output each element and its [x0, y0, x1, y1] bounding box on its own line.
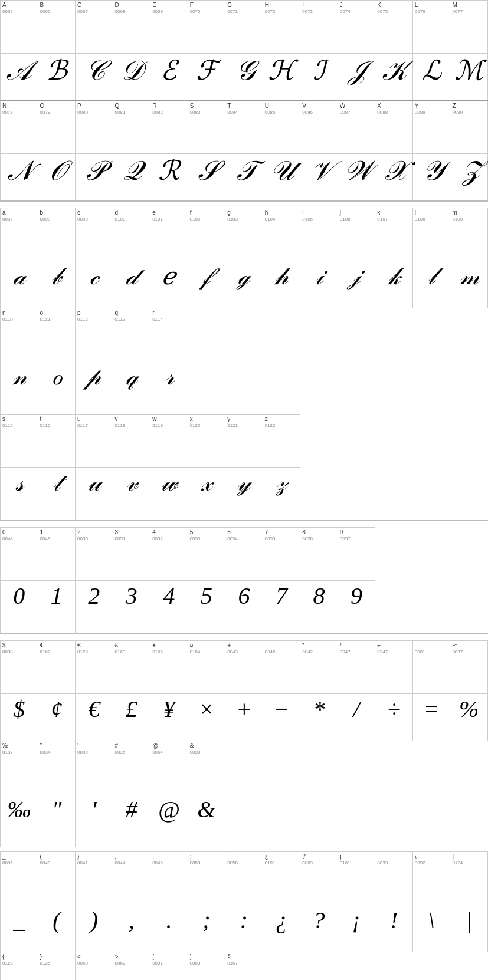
- cell-D: D0068: [113, 1, 150, 54]
- cell-4: 40052: [150, 528, 188, 581]
- glyph-row-sym1b: ‰ " ' # @ &: [1, 794, 488, 847]
- glyph-R: ℛ: [150, 154, 188, 201]
- glyph-I: ℐ: [300, 54, 338, 101]
- cell-S: S0083: [188, 101, 225, 154]
- glyph-L: ℒ: [412, 54, 450, 101]
- cell-q: q0113: [113, 308, 150, 361]
- header-row-punct2: {0123 }0125 <0060 >0062 [0091 ]0093 §016…: [1, 952, 488, 981]
- cell-b: b0098: [38, 208, 76, 261]
- cell-O: O0079: [38, 101, 76, 154]
- cell-M: M0077: [450, 1, 488, 54]
- glyph-C: 𝒞: [76, 54, 113, 101]
- cell-A: A0065: [1, 1, 38, 54]
- cell-d: d0100: [113, 208, 150, 261]
- cell-l: l0108: [412, 208, 450, 261]
- cell-t: t0116: [38, 415, 76, 468]
- glyph-X: 𝒳: [375, 154, 413, 201]
- cell-V: V0086: [300, 101, 338, 154]
- glyph-F: ℱ: [188, 54, 225, 101]
- header-row-ar: a0097 b0098 c0099 d0100 e0101 f0102 g010…: [1, 208, 488, 261]
- glyph-row-sym1a: $ ¢ € £ ¥ × + − * / ÷ = %: [1, 694, 488, 741]
- glyph-row-AM: 𝒜 ℬ 𝒞 𝒟 ℰ ℱ 𝒢 ℋ ℐ 𝒥 𝒦 ℒ ℳ: [1, 54, 488, 101]
- glyph-W: 𝒲: [338, 154, 375, 201]
- glyph-Y: 𝒴: [412, 154, 450, 201]
- glyph-S: 𝒮: [188, 154, 225, 201]
- header-row-NZ: N0078 O0079 P0080 Q0081 R0082 S0083 T008…: [1, 101, 488, 154]
- cell-n: n0110: [1, 308, 38, 361]
- header-row-sz: s0115 t0116 u0117 v0118 w0119 x0120 y012…: [1, 415, 488, 468]
- spacer-1: [1, 201, 488, 208]
- cell-W: W0087: [338, 101, 375, 154]
- glyph-chart: A0065 B0066 C0067 D0068 E0069 F0070 G007…: [0, 0, 488, 980]
- cell-k: k0107: [375, 208, 413, 261]
- glyph-E: ℰ: [150, 54, 188, 101]
- cell-Q: Q0081: [113, 101, 150, 154]
- cell-1: 10049: [38, 528, 76, 581]
- glyph-U: 𝒰: [263, 154, 300, 201]
- cell-P: P0080: [76, 101, 113, 154]
- glyph-row-NZ: 𝒩 𝒪 𝒫 𝒬 ℛ 𝒮 𝒯 𝒰 𝒱 𝒲 𝒳 𝒴 𝒵: [1, 154, 488, 201]
- cell-Y: Y0089: [412, 101, 450, 154]
- cell-7: 70055: [263, 528, 300, 581]
- cell-3: 30051: [113, 528, 150, 581]
- cell-o: o0111: [38, 308, 76, 361]
- glyph-B: ℬ: [38, 54, 76, 101]
- cell-5: 50053: [188, 528, 225, 581]
- cell-w: w0119: [150, 415, 188, 468]
- cell-g: g0103: [225, 208, 263, 261]
- cell-x: x0120: [188, 415, 225, 468]
- cell-c: c0099: [76, 208, 113, 261]
- cell-r: r0114: [150, 308, 188, 361]
- cell-m: m0109: [450, 208, 488, 261]
- cell-0: 00048: [1, 528, 38, 581]
- glyph-M: ℳ: [450, 54, 488, 101]
- cell-i: i0105: [300, 208, 338, 261]
- glyph-A: 𝒜: [1, 54, 38, 101]
- glyph-row-ar2: 𝓃 ℴ 𝓅 𝓆 𝓇: [1, 361, 488, 415]
- cell-e: e0101: [150, 208, 188, 261]
- glyph-G: 𝒢: [225, 54, 263, 101]
- cell-T: T0084: [225, 101, 263, 154]
- cell-G: G0071: [225, 1, 263, 54]
- glyph-row-punct1: _ ( ) , . ; : ¿ ? ¡ ! \ |: [1, 905, 488, 952]
- glyph-P: 𝒫: [76, 154, 113, 201]
- cell-L: L0076: [412, 1, 450, 54]
- cell-E: E0069: [150, 1, 188, 54]
- glyph-row-sz: 𝓈 𝓉 𝓊 𝓋 𝓌 𝓍 𝓎 𝓏: [1, 468, 488, 521]
- cell-J: J0074: [338, 1, 375, 54]
- glyph-D: 𝒟: [113, 54, 150, 101]
- glyph-J: 𝒥: [338, 54, 375, 101]
- header-row-digits: 00048 10049 20050 30051 40052 50053 6005…: [1, 528, 488, 581]
- cell-F: F0070: [188, 1, 225, 54]
- cell-j: j0106: [338, 208, 375, 261]
- cell-p: p0112: [76, 308, 113, 361]
- cell-K: K0075: [375, 1, 413, 54]
- header-row-AM: A0065 B0066 C0067 D0068 E0069 F0070 G007…: [1, 1, 488, 54]
- glyph-row-digits: 0 1 2 3 4 5 6 7 8 9: [1, 581, 488, 634]
- spacer-4: [1, 847, 488, 852]
- cell-B: B0066: [38, 1, 76, 54]
- header-row-sym1: $0038 ¢0162 €0128 £0163 ¥0165 ¤0164 +004…: [1, 641, 488, 694]
- cell-R: R0082: [150, 101, 188, 154]
- cell-8: 80056: [300, 528, 338, 581]
- cell-v: v0118: [113, 415, 150, 468]
- cell-C: C0067: [76, 1, 113, 54]
- glyph-N: 𝒩: [1, 154, 38, 201]
- cell-N: N0078: [1, 101, 38, 154]
- header-row-ar2: n0110 o0111 p0112 q0113 r0114: [1, 308, 488, 361]
- cell-H: H0072: [263, 1, 300, 54]
- header-row-sym1b: ‰0137 "0034 '0039 #0035 @0064 &0038: [1, 741, 488, 794]
- glyph-H: ℋ: [263, 54, 300, 101]
- glyph-row-ar1: 𝒶 𝒷 𝒸 𝒹 ℯ 𝒻 ℊ 𝒽 𝒾 𝒿 𝓀 𝓁 𝓂: [1, 261, 488, 308]
- cell-X: X0088: [375, 101, 413, 154]
- cell-z: z0122: [263, 415, 300, 468]
- cell-I: I0073: [300, 1, 338, 54]
- glyph-Q: 𝒬: [113, 154, 150, 201]
- spacer-3: [1, 634, 488, 641]
- glyph-T: 𝒯: [225, 154, 263, 201]
- cell-9: 90057: [338, 528, 375, 581]
- glyph-O: 𝒪: [38, 154, 76, 201]
- cell-s: s0115: [1, 415, 38, 468]
- glyph-Z: 𝒵: [450, 154, 488, 201]
- cell-Z: Z0090: [450, 101, 488, 154]
